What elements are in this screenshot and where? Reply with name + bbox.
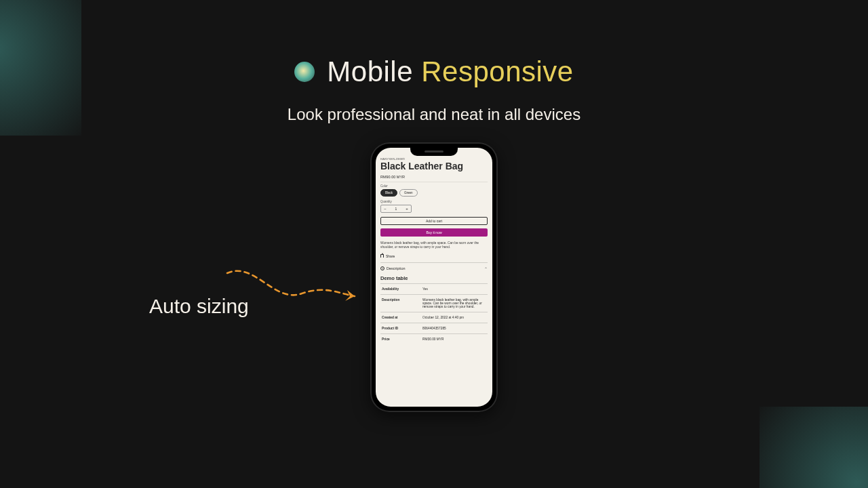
buy-now-button[interactable]: Buy it now — [380, 228, 488, 237]
color-label: Color — [380, 184, 488, 188]
table-key: Price — [380, 333, 421, 341]
quantity-decrease-button[interactable]: − — [381, 205, 389, 213]
color-options: Black Green — [380, 189, 488, 197]
quantity-stepper: − 1 + — [380, 205, 412, 213]
phone-screen: HANYSEN-DEMO Black Leather Bag RM90.00 M… — [376, 148, 492, 407]
demo-table: Availability Yes Description Womens blac… — [380, 283, 488, 341]
quantity-section: Quantity − 1 + — [380, 200, 488, 213]
description-accordion[interactable]: ? Description ⌃ — [380, 263, 488, 274]
question-icon: ? — [380, 266, 384, 270]
share-label: Share — [386, 254, 395, 258]
demo-table-title: Demo table — [380, 275, 488, 281]
product-title: Black Leather Bag — [380, 161, 488, 171]
product-page: HANYSEN-DEMO Black Leather Bag RM90.00 M… — [380, 157, 488, 407]
quantity-value: 1 — [389, 207, 403, 211]
table-value: October 12, 2022 at 4:40 pm — [421, 312, 488, 323]
logo-dot-icon — [294, 62, 315, 82]
heading-word-2: Responsive — [421, 56, 573, 87]
table-key: Created at — [380, 312, 421, 323]
phone-notch — [410, 148, 458, 156]
callout-auto-sizing: Auto sizing — [149, 295, 249, 318]
table-row: Description Womens black leather bag, wi… — [380, 294, 488, 312]
table-value: 8064404357285 — [421, 323, 488, 333]
quantity-increase-button[interactable]: + — [403, 205, 411, 213]
heading-text: Mobile Responsive — [327, 56, 573, 88]
color-option-black[interactable]: Black — [380, 189, 397, 197]
table-row: Availability Yes — [380, 283, 488, 294]
decorative-glow-bottom-right — [760, 407, 868, 488]
page-heading: Mobile Responsive — [0, 56, 868, 88]
add-to-cart-button[interactable]: Add to cart — [380, 217, 488, 225]
share-button[interactable]: Share — [380, 254, 488, 258]
subheading: Look professional and neat in all device… — [0, 105, 868, 124]
table-key: Description — [380, 294, 421, 312]
table-row: Created at October 12, 2022 at 4:40 pm — [380, 312, 488, 323]
table-value: Yes — [421, 283, 488, 294]
table-value: RM30.00 MYR — [421, 333, 488, 341]
divider — [380, 182, 488, 182]
accordion-label: Description — [387, 266, 406, 270]
table-row: Product ID 8064404357285 — [380, 323, 488, 333]
table-row: Price RM30.00 MYR — [380, 333, 488, 341]
table-key: Product ID — [380, 323, 421, 333]
phone-frame: HANYSEN-DEMO Black Leather Bag RM90.00 M… — [370, 142, 498, 412]
share-icon — [380, 254, 384, 258]
quantity-label: Quantity — [380, 200, 488, 203]
heading-word-1: Mobile — [327, 56, 413, 87]
product-description: Womens black leather bag, with ample spa… — [380, 241, 488, 250]
product-price: RM90.00 MYR — [380, 175, 488, 179]
color-option-green[interactable]: Green — [399, 189, 418, 197]
table-value: Womens black leather bag, with ample spa… — [421, 294, 488, 312]
table-key: Availability — [380, 283, 421, 294]
chevron-up-icon: ⌃ — [484, 266, 488, 271]
